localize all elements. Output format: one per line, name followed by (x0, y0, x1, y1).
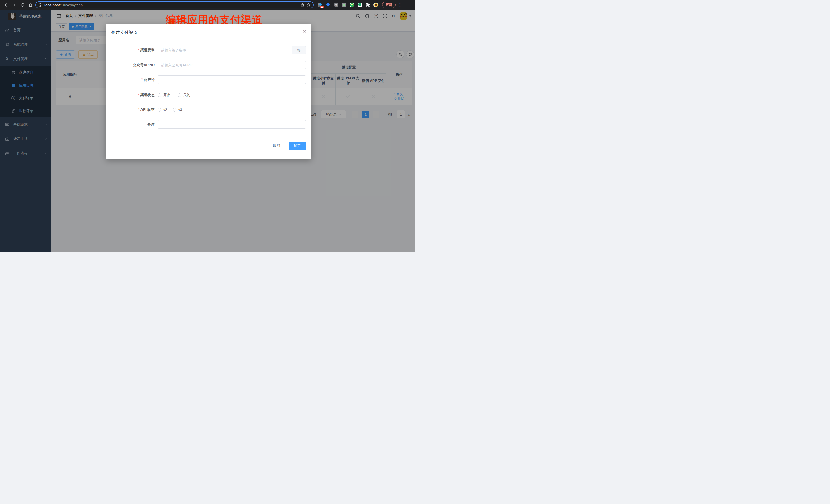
browser-menu-icon[interactable]: ⋮ (398, 3, 402, 7)
cancel-button[interactable]: 取消 (268, 141, 285, 150)
form-row-status: 渠道状态 开启 关闭 (106, 91, 311, 99)
extension-icon-y[interactable]: y (350, 3, 354, 7)
profile-avatar-emoji[interactable] (374, 3, 378, 7)
share-icon[interactable] (300, 3, 305, 7)
browser-update-button[interactable]: 更新 (382, 2, 395, 8)
browser-forward-button[interactable] (11, 2, 18, 8)
extension-icon-balloon[interactable] (326, 3, 330, 7)
browser-back-button[interactable] (3, 2, 9, 8)
dialog-title: 创建支付渠道 (111, 30, 137, 35)
form-row-rate: 渠道费率 % (106, 46, 311, 54)
dialog-close-icon[interactable]: × (303, 28, 306, 34)
extension-icon-green-dot[interactable] (342, 3, 346, 7)
bookmark-star-icon[interactable] (307, 3, 311, 7)
form-row-api-version: API 版本 v2 v3 (106, 105, 311, 114)
radio-circle[interactable] (158, 93, 161, 97)
status-radio-open[interactable]: 开启 (158, 93, 170, 97)
rate-percent-suffix: % (292, 46, 306, 54)
status-radio-closed[interactable]: 关闭 (178, 93, 190, 97)
api-radio-v3[interactable]: v3 (173, 108, 182, 112)
merchant-label: 商户号 (106, 75, 155, 84)
browser-toolbar: localhost:1024/pay/app 10 ⌘ y (0, 0, 415, 10)
radio-circle[interactable] (178, 93, 181, 97)
extension-icon-diamond[interactable]: 10 (318, 3, 322, 7)
confirm-button[interactable]: 确定 (289, 141, 306, 150)
rate-input[interactable] (158, 46, 292, 54)
merchant-input[interactable] (158, 75, 306, 84)
url-text: localhost:1024/pay/app (44, 3, 83, 7)
api-version-label: API 版本 (106, 105, 155, 114)
appid-label: 公众号APPID (106, 61, 155, 69)
extension-icon-chat[interactable] (358, 3, 362, 7)
browser-extensions: 10 ⌘ y (318, 3, 378, 7)
radio-circle[interactable] (158, 108, 161, 112)
dialog-footer: 取消 确定 (106, 141, 311, 150)
remark-label: 备注 (106, 120, 155, 129)
browser-address-bar[interactable]: localhost:1024/pay/app (35, 1, 314, 8)
extensions-puzzle-icon[interactable] (365, 3, 370, 7)
appid-input[interactable] (158, 61, 306, 69)
form-row-merchant: 商户号 (106, 75, 311, 84)
site-info-icon[interactable] (38, 3, 42, 7)
create-payment-channel-dialog: 创建支付渠道 × 渠道费率 % 公众号APPID 商户号 渠道状态 开启 关闭 … (106, 24, 311, 159)
remark-input[interactable] (158, 120, 306, 129)
api-radio-v2[interactable]: v2 (158, 108, 167, 112)
radio-circle[interactable] (173, 108, 177, 112)
rate-label: 渠道费率 (106, 46, 155, 54)
status-label: 渠道状态 (106, 91, 155, 99)
form-row-appid: 公众号APPID (106, 61, 311, 69)
form-row-remark: 备注 (106, 120, 311, 129)
browser-reload-button[interactable] (19, 2, 26, 8)
extension-icon-command[interactable]: ⌘ (334, 3, 338, 7)
browser-home-button[interactable] (27, 2, 34, 8)
